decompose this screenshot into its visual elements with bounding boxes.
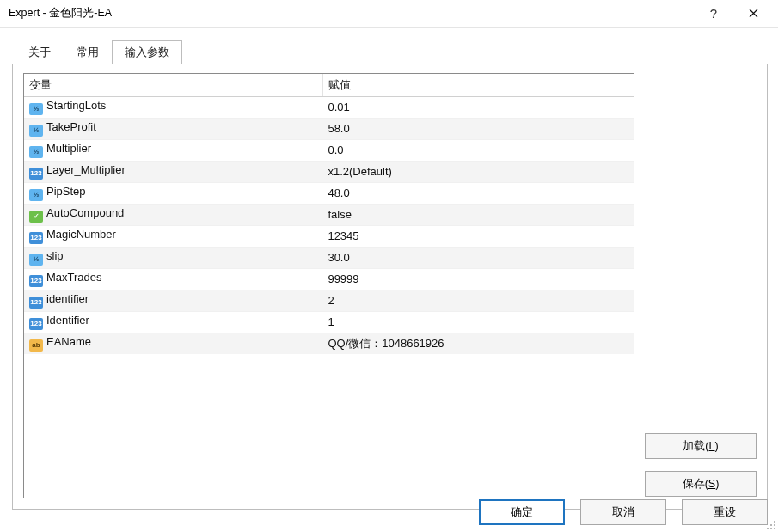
- type-int-icon: 123: [29, 318, 43, 330]
- table-row[interactable]: 123Layer_Multiplierx1.2(Default): [24, 161, 634, 182]
- table-row[interactable]: ½PipStep48.0: [24, 182, 634, 204]
- type-int-icon: 123: [29, 297, 43, 309]
- param-name: slip: [46, 249, 64, 262]
- param-value[interactable]: 2: [322, 290, 634, 311]
- table-row[interactable]: ½slip30.0: [24, 247, 634, 268]
- table-row[interactable]: 123Identifier1: [24, 311, 634, 333]
- type-float-icon: ½: [29, 103, 43, 115]
- table-row[interactable]: ✓AutoCompoundfalse: [24, 204, 634, 225]
- dialog-buttons: 确定 取消 重设: [479, 499, 768, 525]
- param-value[interactable]: 0.0: [322, 139, 634, 161]
- param-name: StartingLots: [46, 99, 106, 112]
- tab-inputs[interactable]: 输入参数: [112, 40, 182, 64]
- table-row[interactable]: 123identifier2: [24, 290, 634, 311]
- param-value[interactable]: 0.01: [322, 96, 634, 118]
- help-button[interactable]: ?: [694, 1, 733, 27]
- param-name: Layer_Multiplier: [46, 163, 126, 176]
- param-name: Identifier: [46, 314, 89, 327]
- inputs-panel: 变量 赋值 ½StartingLots0.01½TakeProfit58.0½M…: [12, 64, 768, 510]
- ok-button[interactable]: 确定: [479, 499, 565, 525]
- type-bool-icon: ✓: [29, 211, 43, 223]
- param-value[interactable]: 30.0: [322, 247, 634, 268]
- close-button[interactable]: [733, 1, 773, 27]
- table-row[interactable]: 123MaxTrades99999: [24, 268, 634, 290]
- param-value[interactable]: x1.2(Default): [322, 161, 634, 182]
- tab-common[interactable]: 常用: [64, 40, 112, 64]
- window-title: Expert - 金色阳光-EA: [9, 6, 694, 21]
- type-int-icon: 123: [29, 275, 43, 287]
- table-row[interactable]: ½Multiplier0.0: [24, 139, 634, 161]
- param-name: AutoCompound: [46, 206, 124, 219]
- param-value[interactable]: 12345: [322, 225, 634, 247]
- type-float-icon: ½: [29, 125, 43, 137]
- param-name: TakeProfit: [46, 120, 96, 133]
- param-name: identifier: [46, 292, 89, 305]
- title-bar: Expert - 金色阳光-EA ?: [0, 0, 778, 28]
- param-name: EAName: [46, 335, 91, 348]
- type-float-icon: ½: [29, 146, 43, 158]
- type-int-icon: 123: [29, 232, 43, 244]
- tab-strip: 关于 常用 输入参数: [15, 40, 768, 64]
- column-header-variable[interactable]: 变量: [24, 74, 322, 96]
- param-value[interactable]: QQ/微信：1048661926: [322, 333, 634, 354]
- parameters-table[interactable]: 变量 赋值 ½StartingLots0.01½TakeProfit58.0½M…: [23, 73, 634, 498]
- table-row[interactable]: ½StartingLots0.01: [24, 96, 634, 118]
- type-int-icon: 123: [29, 168, 43, 180]
- param-name: PipStep: [46, 185, 86, 198]
- save-button[interactable]: 保存(S): [645, 471, 757, 497]
- cancel-button[interactable]: 取消: [580, 499, 666, 525]
- table-row[interactable]: 123MagicNumber12345: [24, 225, 634, 247]
- param-name: MagicNumber: [46, 228, 116, 241]
- type-str-icon: ab: [29, 339, 43, 352]
- resize-grip[interactable]: [766, 520, 776, 530]
- param-value[interactable]: 58.0: [322, 118, 634, 139]
- close-icon: [749, 9, 758, 18]
- load-button[interactable]: 加载(L): [645, 433, 757, 459]
- param-value[interactable]: 99999: [322, 268, 634, 290]
- param-value[interactable]: 1: [322, 311, 634, 333]
- param-name: Multiplier: [46, 142, 91, 155]
- type-float-icon: ½: [29, 254, 43, 266]
- side-buttons: 加载(L) 保存(S): [645, 73, 757, 498]
- table-row[interactable]: ½TakeProfit58.0: [24, 118, 634, 139]
- reset-button[interactable]: 重设: [682, 499, 768, 525]
- tab-about[interactable]: 关于: [15, 40, 64, 64]
- param-value[interactable]: false: [322, 204, 634, 225]
- column-header-value[interactable]: 赋值: [322, 74, 634, 96]
- table-row[interactable]: abEANameQQ/微信：1048661926: [24, 333, 634, 354]
- param-name: MaxTrades: [46, 271, 102, 284]
- param-value[interactable]: 48.0: [322, 182, 634, 204]
- type-float-icon: ½: [29, 189, 43, 201]
